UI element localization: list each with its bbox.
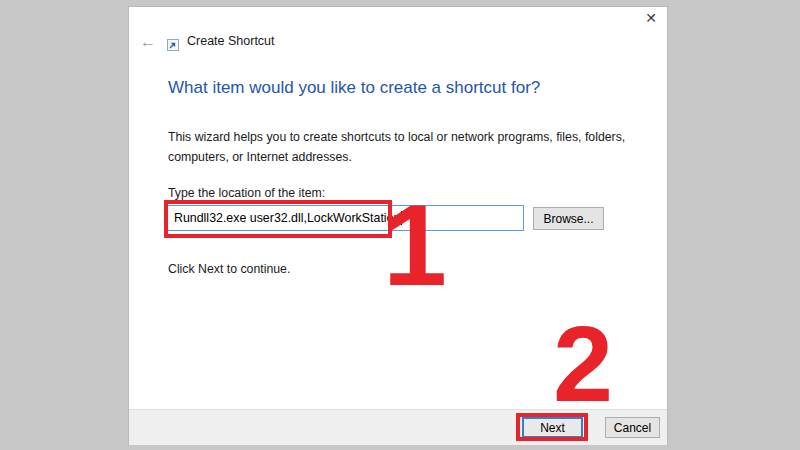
window-title: Create Shortcut — [187, 34, 275, 48]
text-caret — [401, 211, 402, 225]
location-input-value: Rundll32.exe user32.dll,LockWorkStation — [174, 211, 400, 225]
footer — [129, 409, 667, 445]
close-icon: ✕ — [645, 10, 657, 26]
back-arrow-icon: ← — [140, 33, 156, 51]
wizard-description-line1: This wizard helps you to create shortcut… — [168, 128, 625, 148]
create-shortcut-dialog: ✕ ← Create Shortcut What item would you … — [128, 6, 668, 445]
annotation-step2-number: 2 — [553, 310, 613, 418]
back-button[interactable]: ← — [137, 33, 159, 51]
browse-button[interactable]: Browse... — [533, 207, 604, 230]
wizard-heading: What item would you like to create a sho… — [168, 78, 540, 98]
instruction-text: Click Next to continue. — [168, 262, 290, 276]
close-button[interactable]: ✕ — [637, 7, 665, 29]
next-button[interactable]: Next — [522, 417, 583, 438]
location-input[interactable]: Rundll32.exe user32.dll,LockWorkStation — [167, 205, 524, 231]
cancel-button[interactable]: Cancel — [605, 417, 660, 438]
wizard-description-line2: computers, or Internet addresses. — [168, 148, 625, 168]
shortcut-icon — [167, 37, 179, 49]
location-label: Type the location of the item: — [168, 186, 325, 200]
wizard-description: This wizard helps you to create shortcut… — [168, 128, 625, 167]
